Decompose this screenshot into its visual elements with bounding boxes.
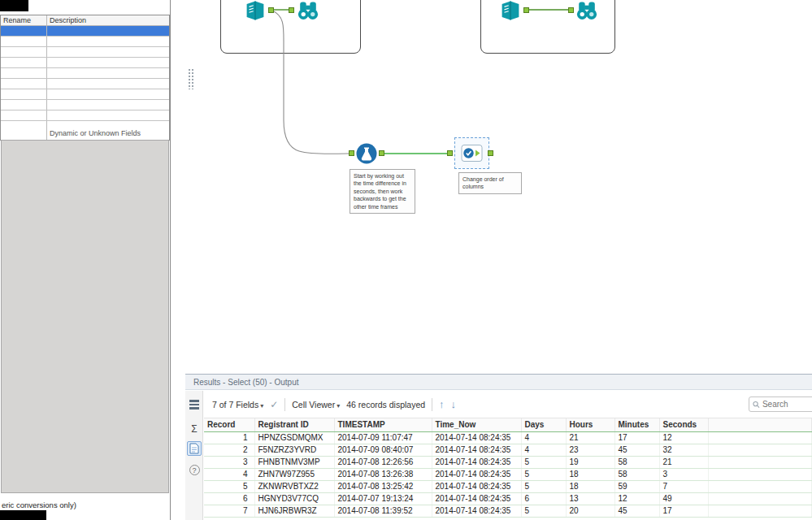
config-field-row[interactable]: [1, 79, 169, 89]
sigma-view-icon[interactable]: Σ: [187, 422, 202, 436]
input-data-tool-icon[interactable]: [243, 0, 267, 23]
grid-cell[interactable]: 12: [659, 431, 708, 444]
grid-cell[interactable]: 7: [659, 480, 708, 492]
select-tool-icon[interactable]: [461, 142, 483, 164]
column-header-description[interactable]: Description: [47, 15, 169, 25]
metadata-view-icon[interactable]: [187, 397, 202, 412]
output-anchor[interactable]: [268, 7, 274, 13]
output-anchor[interactable]: [379, 150, 384, 156]
grid-cell[interactable]: 19: [566, 456, 614, 468]
formula-tool-icon[interactable]: [355, 142, 378, 165]
grid-cell[interactable]: ZKNWRVBTXZ2: [254, 480, 334, 492]
grid-cell[interactable]: 5: [521, 456, 566, 468]
grid-cell[interactable]: ZHN7W97Z955: [254, 468, 334, 480]
grid-cell[interactable]: 5: [204, 480, 254, 492]
grid-cell[interactable]: 5: [521, 480, 566, 492]
grid-cell[interactable]: HPNZGSDMQMX: [254, 431, 334, 444]
grid-cell[interactable]: 3: [659, 468, 708, 480]
grid-cell[interactable]: 2014-07-14 08:24:35: [432, 468, 521, 480]
grid-cell[interactable]: 2014-07-14 08:24:35: [432, 444, 521, 456]
grid-cell[interactable]: 2014-07-08 11:39:52: [334, 505, 432, 517]
grid-column-header[interactable]: TIMESTAMP: [334, 418, 432, 431]
grid-cell[interactable]: 23: [566, 444, 614, 456]
input-data-tool-icon[interactable]: [498, 0, 523, 23]
grid-cell[interactable]: 13: [566, 492, 614, 505]
grid-cell[interactable]: 4: [521, 431, 566, 444]
workflow-canvas[interactable]: Start by working out the time difference…: [172, 0, 812, 375]
search-input[interactable]: [762, 400, 812, 409]
output-anchor[interactable]: [523, 7, 529, 13]
input-anchor[interactable]: [447, 150, 453, 156]
select-tool-annotation[interactable]: Change order of columns: [458, 172, 522, 194]
grid-cell[interactable]: 1: [204, 431, 254, 444]
grid-cell[interactable]: 20: [566, 505, 614, 517]
grid-column-header[interactable]: Hours: [566, 418, 614, 431]
grid-cell[interactable]: 4: [521, 444, 566, 456]
data-view-icon-active[interactable]: [187, 441, 202, 456]
grid-cell[interactable]: 32: [659, 444, 708, 456]
grid-cell[interactable]: 2014-07-09 11:07:47: [334, 431, 432, 444]
grid-cell[interactable]: 59: [614, 480, 659, 492]
cell-viewer-dropdown[interactable]: Cell Viewer▾: [292, 400, 340, 410]
grid-cell[interactable]: 2014-07-09 08:40:07: [334, 444, 432, 456]
grid-cell[interactable]: 18: [566, 468, 614, 480]
grid-cell[interactable]: 17: [659, 505, 708, 517]
grid-cell[interactable]: 45: [614, 505, 659, 517]
config-field-row[interactable]: [1, 47, 169, 58]
grid-cell[interactable]: 4: [204, 468, 254, 480]
grid-column-header[interactable]: Minutes: [614, 418, 659, 431]
search-box[interactable]: [749, 396, 812, 412]
grid-cell[interactable]: HGNYD3V77CQ: [254, 492, 334, 505]
grid-cell[interactable]: 49: [659, 492, 708, 505]
grid-cell[interactable]: 2014-07-14 08:24:35: [432, 492, 521, 505]
grid-column-header[interactable]: Seconds: [659, 418, 708, 431]
fields-dropdown[interactable]: 7 of 7 Fields▾: [212, 400, 263, 410]
grid-cell[interactable]: 6: [521, 492, 566, 505]
grid-cell[interactable]: 58: [614, 456, 659, 468]
grid-cell[interactable]: 2: [204, 444, 254, 456]
help-view-icon[interactable]: ?: [187, 462, 202, 477]
browse-tool-icon[interactable]: [575, 0, 599, 23]
grid-column-header[interactable]: Registrant ID: [254, 418, 334, 431]
config-field-row[interactable]: [1, 110, 169, 121]
grid-cell[interactable]: 12: [614, 492, 659, 505]
grid-cell[interactable]: 3: [204, 456, 254, 468]
output-anchor[interactable]: [488, 150, 493, 156]
grid-cell[interactable]: 6: [204, 492, 254, 505]
browse-tool-icon[interactable]: [296, 0, 320, 23]
grid-cell[interactable]: FHNBTNMV3MP: [254, 456, 334, 468]
up-arrow-button[interactable]: ↑: [439, 398, 445, 410]
grid-cell[interactable]: 2014-07-14 08:24:35: [432, 480, 521, 492]
grid-cell[interactable]: 18: [566, 480, 614, 492]
config-field-row[interactable]: [1, 89, 169, 100]
grid-cell[interactable]: 5: [521, 505, 566, 517]
grid-column-header[interactable]: Time_Now: [432, 418, 521, 431]
grid-cell[interactable]: 2014-07-14 08:24:35: [432, 505, 521, 517]
grid-cell[interactable]: 2014-07-08 12:26:56: [334, 456, 432, 468]
column-header-rename[interactable]: Rename: [1, 15, 47, 25]
grid-cell[interactable]: 21: [659, 456, 708, 468]
config-field-row[interactable]: [1, 26, 169, 37]
input-anchor[interactable]: [568, 7, 574, 13]
dynamic-fields-row[interactable]: Dynamic or Unknown Fields: [1, 128, 169, 140]
grid-cell[interactable]: HJN6JRBWR3Z: [254, 505, 334, 517]
grid-cell[interactable]: 2014-07-07 19:13:24: [334, 492, 432, 505]
config-field-row[interactable]: [1, 37, 169, 47]
down-arrow-button[interactable]: ↓: [451, 398, 457, 410]
config-field-row[interactable]: [1, 68, 169, 79]
config-field-row[interactable]: [1, 58, 169, 68]
grid-cell[interactable]: F5NZRZ3YVRD: [254, 444, 334, 456]
apply-check-icon[interactable]: ✓: [270, 399, 278, 410]
grid-cell[interactable]: 58: [614, 468, 659, 480]
config-field-row[interactable]: [1, 100, 169, 110]
grid-cell[interactable]: 5: [521, 468, 566, 480]
input-anchor[interactable]: [289, 7, 294, 13]
grid-cell[interactable]: 2014-07-08 13:26:38: [334, 468, 432, 480]
input-anchor[interactable]: [349, 150, 354, 156]
grid-column-header[interactable]: Record: [204, 418, 254, 431]
grid-cell[interactable]: 21: [566, 431, 614, 444]
grid-cell[interactable]: 7: [204, 505, 254, 517]
grid-column-header[interactable]: Days: [521, 418, 566, 431]
grid-cell[interactable]: 17: [614, 431, 659, 444]
grid-cell[interactable]: 2014-07-14 08:24:35: [432, 456, 521, 468]
